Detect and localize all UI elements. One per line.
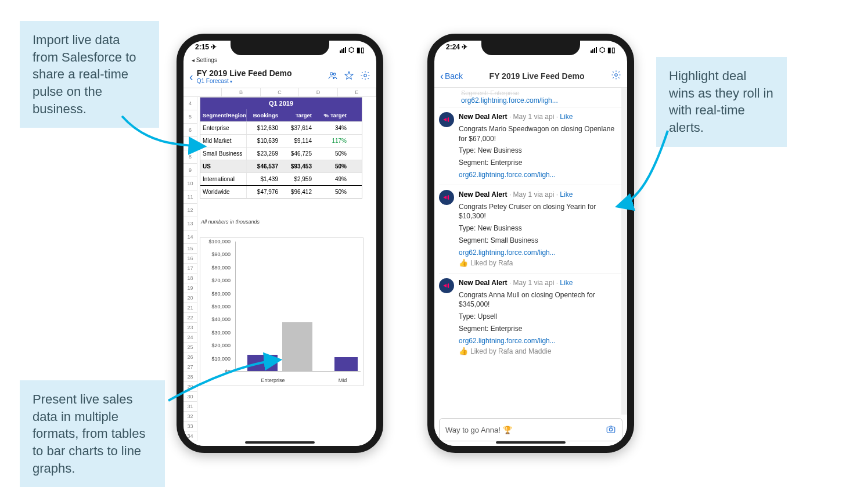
gear-icon[interactable] (360, 70, 370, 83)
wifi-icon: ⬡ (599, 46, 605, 54)
column-letters: B C D E (183, 88, 376, 97)
composer-text: Way to go Anna! 🏆 (445, 426, 512, 434)
share-people-icon[interactable] (327, 70, 338, 83)
breadcrumb-settings[interactable]: ◂ Settings (192, 57, 217, 63)
table-header-row: Segment/Region Bookings Target % Target (200, 109, 362, 121)
table-row[interactable]: Enterprise$12,630$37,61434% (200, 121, 362, 134)
alert-avatar-icon (439, 190, 454, 205)
phone-feed: 2:24 ✈︎ ⬡ ▮▯ ‹Back FY 2019 Live Feed Dem… (427, 34, 634, 453)
comment-composer[interactable]: Way to go Anna! 🏆 (439, 418, 622, 441)
doc-header: ‹Back FY 2019 Live Feed Demo (434, 65, 627, 88)
like-link[interactable]: Like (560, 113, 573, 121)
status-time: 2:24 ✈︎ (446, 43, 467, 57)
doc-title: FY 2019 Live Feed Demo (466, 71, 607, 81)
deal-link[interactable]: org62.lightning.force.com/ligh... (461, 96, 558, 105)
table-footnote: All numbers in thousands (201, 219, 260, 225)
battery-icon: ▮▯ (607, 46, 616, 54)
home-indicator[interactable] (245, 441, 315, 444)
svg-point-5 (609, 428, 612, 431)
like-link[interactable]: Like (560, 190, 573, 199)
table-row[interactable]: Worldwide$47,976$96,41250% (200, 185, 362, 198)
camera-icon[interactable] (606, 424, 616, 436)
doc-header: ‹ FY 2019 Live Feed Demo Q1 Forecast (183, 65, 376, 88)
thumbs-up-icon: 👍 (459, 258, 468, 267)
table-row[interactable]: Small Business$23,269$46,72550% (200, 147, 362, 160)
deal-link[interactable]: org62.lightning.force.com/ligh... (459, 249, 556, 257)
feed-post: New Deal Alert · May 1 via api · LikeCon… (439, 273, 622, 361)
chart-bar (282, 322, 312, 371)
signal-icon (340, 47, 346, 53)
callout-import-data: Import live data from Salesforce to shar… (20, 21, 159, 128)
signal-icon (591, 47, 597, 53)
phone-spreadsheet: 2:15 ✈︎ ⬡ ▮▯ ◂ Settings ‹ FY 2019 Live F… (177, 34, 383, 453)
post-clipped: Segment: Enterprise org62.lightning.forc… (439, 88, 622, 107)
thumbs-up-icon: 👍 (459, 347, 468, 355)
svg-point-3 (615, 74, 618, 77)
table-row[interactable]: International$1,439$2,95949% (200, 172, 362, 185)
battery-icon: ▮▯ (357, 46, 365, 54)
chart-x-label: Mid (328, 377, 357, 383)
table-row[interactable]: US$46,537$93,45350% (200, 160, 362, 172)
status-time: 2:15 ✈︎ (195, 43, 217, 57)
svg-point-2 (364, 74, 367, 77)
table-row[interactable]: Mid Market$10,639$9,114117% (200, 134, 362, 147)
doc-title: FY 2019 Live Feed Demo (197, 69, 324, 78)
alert-avatar-icon (439, 278, 454, 293)
feed-post: New Deal Alert · May 1 via api · LikeCon… (439, 185, 622, 273)
table-title: Q1 2019 (200, 98, 362, 109)
row-numbers: 4567891011121314151617181920212223242526… (183, 97, 197, 441)
like-link[interactable]: Like (560, 279, 573, 287)
callout-deal-wins: Highlight deal wins as they roll in with… (656, 57, 787, 147)
home-indicator[interactable] (496, 441, 566, 444)
forecast-table: Q1 2019 Segment/Region Bookings Target %… (200, 97, 362, 199)
back-button[interactable]: ‹Back (440, 70, 463, 82)
phone-notch (481, 40, 580, 55)
callout-present-formats: Present live sales data in multiple form… (20, 380, 165, 487)
star-icon[interactable] (344, 70, 354, 83)
feed-post: New Deal Alert · May 1 via api · LikeCon… (439, 107, 622, 185)
bar-chart: $100,000$90,000$80,000$70,000$60,000$50,… (200, 237, 363, 386)
svg-point-0 (330, 72, 333, 75)
chart-plot-area (235, 242, 361, 372)
deal-link[interactable]: org62.lightning.force.com/ligh... (459, 171, 556, 179)
chart-bar (334, 357, 358, 371)
chart-bar (247, 355, 278, 371)
sheet-tab-selector[interactable]: Q1 Forecast (197, 78, 324, 84)
chart-y-axis: $100,000$90,000$80,000$70,000$60,000$50,… (200, 242, 233, 372)
back-button[interactable]: ‹ (189, 71, 193, 82)
wifi-icon: ⬡ (348, 46, 354, 54)
phone-notch (231, 40, 329, 55)
svg-point-1 (333, 73, 336, 75)
gear-icon[interactable] (611, 70, 621, 82)
feed-scroll-area[interactable]: Segment: Enterprise org62.lightning.forc… (434, 88, 627, 415)
chart-x-label: Enterprise (241, 377, 305, 383)
alert-avatar-icon (439, 112, 454, 127)
deal-link[interactable]: org62.lightning.force.com/ligh... (459, 337, 556, 345)
